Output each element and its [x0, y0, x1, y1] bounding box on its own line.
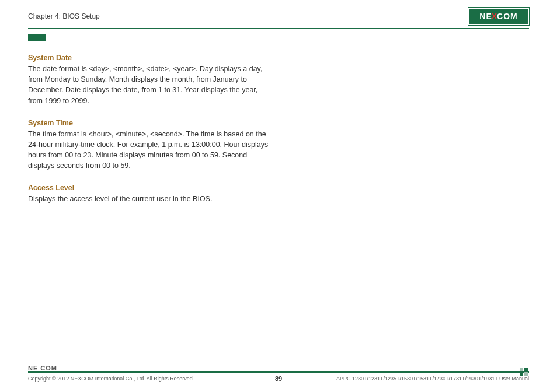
- square-icon: [524, 372, 528, 376]
- header-divider: [28, 28, 529, 29]
- page-footer: NE COM Copyright © 2012 NEXCOM Internati…: [0, 371, 557, 382]
- chapter-title: Chapter 4: BIOS Setup: [28, 12, 100, 20]
- section-system-date: System Date The date format is <day>, <m…: [28, 52, 273, 106]
- footer-squares-icon: [520, 368, 529, 377]
- logo-pre: NE: [479, 12, 492, 21]
- logo-text: NEXCOM: [479, 12, 517, 21]
- logo-post: COM: [497, 12, 518, 21]
- section-heading: Access Level: [28, 183, 273, 193]
- divider-tab: [28, 34, 46, 41]
- doc-title: APPC 1230T/1231T/1235T/1530T/1531T/1730T…: [336, 376, 529, 382]
- footer-logo-text: NE COM: [28, 365, 57, 372]
- copyright-text: Copyright © 2012 NEXCOM International Co…: [28, 376, 194, 382]
- square-icon: [520, 368, 523, 371]
- brand-logo: NEXCOM: [468, 8, 529, 25]
- square-icon: [524, 368, 528, 371]
- page-content: System Date The date format is <day>, <m…: [0, 29, 557, 205]
- page-header: Chapter 4: BIOS Setup NEXCOM: [0, 0, 557, 28]
- section-system-time: System Time The time format is <hour>, <…: [28, 118, 273, 172]
- section-body: The time format is <hour>, <minute>, <se…: [28, 130, 268, 170]
- footer-logo: NE COM: [28, 365, 57, 372]
- section-access-level: Access Level Displays the access level o…: [28, 183, 273, 204]
- footer-divider: NE COM: [28, 371, 529, 373]
- footer-row: Copyright © 2012 NEXCOM International Co…: [28, 376, 529, 382]
- section-body: Displays the access level of the current…: [28, 195, 212, 203]
- square-icon: [520, 372, 523, 376]
- section-body: The date format is <day>, <month>, <date…: [28, 65, 262, 104]
- page-number: 89: [275, 375, 282, 382]
- section-heading: System Date: [28, 52, 273, 63]
- section-heading: System Time: [28, 118, 273, 128]
